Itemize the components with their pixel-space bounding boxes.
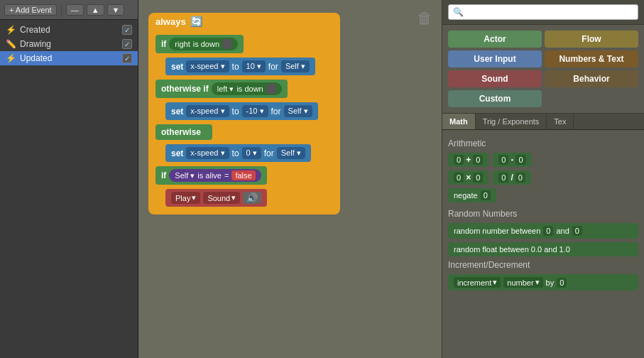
random-and: and	[556, 227, 569, 235]
cat-sound-button[interactable]: Sound	[448, 70, 542, 87]
self-dropdown-3[interactable]: Self ▾	[277, 147, 305, 159]
to-label-1: to	[232, 62, 239, 72]
event-label-updated: Updated	[20, 53, 118, 63]
self-dropdown-1[interactable]: Self ▾	[281, 60, 310, 72]
add-block[interactable]: 0 + 0	[448, 153, 489, 167]
is-down-label-2: is down	[236, 85, 263, 93]
x-speed-dropdown-1[interactable]: x-speed ▾	[186, 60, 229, 72]
event-check-updated[interactable]	[122, 53, 132, 63]
set-block-2: set x-speed ▾ to -10 ▾ for Self ▾	[165, 102, 318, 120]
to-label-2: to	[232, 107, 239, 116]
if-label-2: if	[161, 170, 166, 180]
set-row-1: set x-speed ▾ to 10 ▾ for Self ▾	[153, 55, 336, 77]
is-down-label: is down	[193, 40, 219, 48]
negate-val: 0	[481, 190, 491, 200]
sub-op: -	[511, 155, 513, 165]
set-block-3: set x-speed ▾ to 0 ▾ for Self ▾	[165, 144, 311, 162]
search-input[interactable]	[448, 4, 638, 20]
event-check-drawing[interactable]	[122, 39, 132, 49]
event-item-drawing[interactable]: ✏️ Drawing	[0, 37, 138, 51]
arithmetic-title: Arithmetic	[448, 139, 638, 148]
sound-dropdown[interactable]: Sound ▾	[203, 192, 240, 204]
event-check-created[interactable]	[122, 25, 132, 35]
right-dropdown[interactable]: right	[175, 40, 190, 48]
val-10-dropdown[interactable]: 10 ▾	[242, 60, 266, 72]
otherwise-row: otherwise	[153, 122, 336, 142]
blocks-panel: Arithmetic 0 + 0 0 - 0 0 × 0 0 / 0	[442, 130, 644, 358]
tabs-row: Math Trig / Exponents Tex	[442, 114, 644, 130]
event-item-created[interactable]: ⚡ Created	[0, 23, 138, 37]
add-op: +	[466, 155, 471, 165]
left-dropdown[interactable]: left ▾	[217, 85, 234, 94]
event-toolbar: + Add Event — ▲ ▼	[0, 0, 138, 20]
is-alive-label: is alive	[197, 171, 222, 180]
condition-right-down[interactable]: right is down	[169, 38, 238, 50]
set-label-2: set	[171, 107, 183, 116]
div-block[interactable]: 0 / 0	[493, 170, 531, 185]
trash-icon[interactable]: 🗑	[413, 6, 436, 31]
x-speed-dropdown-3[interactable]: x-speed ▾	[186, 147, 229, 159]
set-label-1: set	[171, 62, 183, 72]
to-label-3: to	[232, 148, 239, 158]
self-dropdown-2[interactable]: Self ▾	[284, 105, 312, 117]
add-event-button[interactable]: + Add Event	[4, 4, 57, 16]
tab-math[interactable]: Math	[442, 114, 476, 129]
search-bar	[442, 0, 644, 25]
by-label: by	[546, 278, 555, 287]
play-row: Play ▾ Sound ▾ 🔊	[153, 187, 336, 209]
cat-user-input-button[interactable]: User Input	[448, 50, 542, 67]
set-row-3: set x-speed ▾ to 0 ▾ for Self ▾	[153, 142, 336, 164]
move-up-button[interactable]: ▲	[87, 4, 104, 16]
repeat-icon: 🔄	[190, 16, 202, 27]
move-down-button[interactable]: ▼	[107, 4, 125, 16]
sub-block[interactable]: 0 - 0	[493, 153, 531, 167]
cat-behavior-button[interactable]: Behavior	[545, 70, 638, 87]
play-dropdown[interactable]: Play ▾	[171, 192, 200, 204]
cat-actor-button[interactable]: Actor	[448, 31, 542, 48]
drawing-icon: ✏️	[6, 39, 16, 49]
for-label-2: for	[271, 107, 281, 116]
negate-block[interactable]: negate 0	[448, 188, 496, 202]
updated-icon: ⚡	[6, 53, 16, 63]
if-block-2: if Self ▾ is alive = false	[155, 166, 267, 185]
random-number-block[interactable]: random number between 0 and 0	[448, 223, 638, 239]
random-float-block[interactable]: random float between 0.0 and 1.0	[448, 242, 638, 256]
toolbar-separator	[61, 4, 62, 16]
cat-numbers-text-button[interactable]: Numbers & Text	[545, 50, 638, 67]
number-dropdown[interactable]: number ▾	[503, 277, 542, 288]
mul-a: 0	[454, 173, 464, 183]
random-b: 0	[572, 226, 582, 236]
play-label: Play	[175, 194, 190, 202]
self-alive-dropdown[interactable]: Self ▾	[175, 171, 195, 180]
always-body: if right is down set x-speed ▾ to 10 ▾ f…	[148, 30, 340, 215]
increment-dropdown[interactable]: increment ▾	[454, 277, 501, 288]
event-label-drawing: Drawing	[20, 39, 118, 49]
random-number-label: random number between	[454, 227, 540, 235]
increment-title: Increment/Decrement	[448, 260, 638, 270]
sound-label: Sound	[207, 194, 230, 202]
increment-block[interactable]: increment ▾ number ▾ by 0	[448, 274, 638, 291]
cat-custom-button[interactable]: Custom	[448, 90, 542, 107]
set-block-1: set x-speed ▾ to 10 ▾ for Self ▾	[165, 58, 315, 75]
canvas-area: 🗑 always 🔄 if right is down	[138, 0, 442, 358]
condition-alive[interactable]: Self ▾ is alive = false	[169, 169, 261, 182]
random-float-label: random float between 0.0 and 1.0	[454, 245, 570, 254]
mul-block[interactable]: 0 × 0	[448, 170, 489, 185]
div-a: 0	[498, 173, 508, 183]
condition-icon-2	[266, 84, 276, 94]
tab-trig[interactable]: Trig / Exponents	[476, 114, 547, 129]
cat-flow-button[interactable]: Flow	[545, 31, 638, 48]
val-neg10-dropdown[interactable]: -10 ▾	[242, 105, 268, 117]
right-panel: Actor Flow User Input Numbers & Text Sou…	[442, 0, 644, 358]
random-a: 0	[543, 226, 553, 236]
event-item-updated[interactable]: ⚡ Updated	[0, 51, 138, 65]
add-a: 0	[454, 155, 464, 165]
x-speed-dropdown-2[interactable]: x-speed ▾	[186, 105, 229, 117]
if-row-1: if right is down	[153, 33, 336, 55]
collapse-button[interactable]: —	[66, 4, 84, 16]
speaker-icon[interactable]: 🔊	[243, 192, 261, 204]
tab-text[interactable]: Tex	[547, 114, 574, 129]
mul-b: 0	[473, 173, 483, 183]
val-0-dropdown[interactable]: 0 ▾	[242, 147, 261, 159]
condition-left-down[interactable]: left ▾ is down	[212, 82, 282, 95]
